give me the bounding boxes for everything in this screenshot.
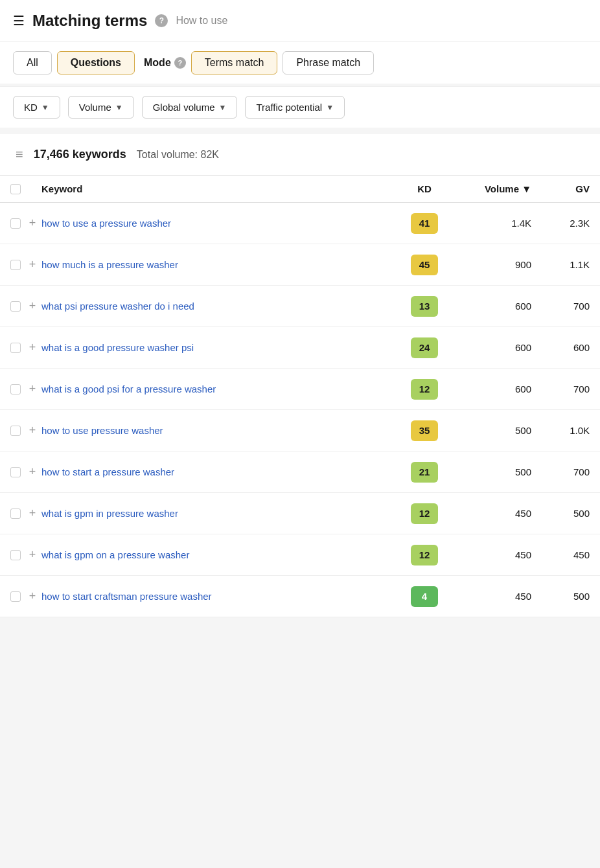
keyword-link[interactable]: what psi pressure washer do i need (41, 301, 194, 312)
terms-match-btn[interactable]: Terms match (191, 51, 278, 74)
kd-cell: 21 (395, 462, 454, 483)
add-keyword-button[interactable]: + (26, 424, 39, 437)
add-keyword-button[interactable]: + (26, 300, 39, 313)
keyword-cell: what psi pressure washer do i need (41, 299, 395, 313)
row-checkbox-area: + (10, 341, 41, 354)
kd-cell: 41 (395, 213, 454, 234)
questions-tab[interactable]: Questions (57, 51, 135, 74)
volume-arrow-icon: ▼ (115, 103, 123, 112)
global-volume-dropdown[interactable]: Global volume ▼ (142, 96, 238, 119)
table-row: + how much is a pressure washer 45 900 1… (0, 244, 600, 286)
add-keyword-button[interactable]: + (26, 549, 39, 562)
add-keyword-button[interactable]: + (26, 258, 39, 271)
help-icon[interactable]: ? (155, 14, 168, 27)
keyword-link[interactable]: how to start a pressure washer (41, 466, 174, 477)
add-keyword-button[interactable]: + (26, 341, 39, 354)
mode-help-icon[interactable]: ? (174, 57, 186, 69)
row-checkbox[interactable] (10, 343, 21, 353)
table-row: + how to use a pressure washer 41 1.4K 2… (0, 203, 600, 244)
keyword-cell: what is a good pressure washer psi (41, 341, 395, 354)
traffic-potential-arrow-icon: ▼ (326, 103, 334, 112)
kd-badge: 12 (411, 379, 438, 400)
gv-cell: 2.3K (531, 218, 590, 229)
menu-icon[interactable]: ☰ (13, 13, 25, 29)
row-checkbox-area: + (10, 300, 41, 313)
add-keyword-button[interactable]: + (26, 466, 39, 479)
volume-cell: 500 (454, 466, 531, 477)
keyword-cell: how to start a pressure washer (41, 465, 395, 479)
volume-dropdown[interactable]: Volume ▼ (68, 96, 134, 119)
row-checkbox-area: + (10, 507, 41, 520)
row-checkbox[interactable] (10, 508, 21, 519)
kd-badge: 4 (411, 586, 438, 607)
table-body: + how to use a pressure washer 41 1.4K 2… (0, 203, 600, 617)
kd-badge: 13 (411, 296, 438, 317)
table-row: + what is gpm on a pressure washer 12 45… (0, 534, 600, 576)
volume-cell: 450 (454, 508, 531, 519)
keyword-link[interactable]: how to use a pressure washer (41, 218, 171, 229)
page-title: Matching terms (32, 12, 147, 30)
row-checkbox[interactable] (10, 301, 21, 312)
keyword-link[interactable]: what is gpm in pressure washer (41, 508, 178, 519)
row-checkbox[interactable] (10, 591, 21, 602)
keywords-count: 17,466 keywords (34, 148, 126, 161)
add-keyword-button[interactable]: + (26, 217, 39, 230)
gv-cell: 500 (531, 508, 590, 519)
th-checkbox[interactable] (10, 184, 41, 194)
keyword-cell: how to start craftsman pressure washer (41, 589, 395, 603)
lines-icon: ≡ (16, 147, 23, 162)
filter-row: All Questions Mode ? Terms match Phrase … (0, 41, 600, 84)
kd-cell: 24 (395, 337, 454, 358)
gv-cell: 1.1K (531, 259, 590, 270)
volume-cell: 1.4K (454, 218, 531, 229)
add-keyword-button[interactable]: + (26, 507, 39, 520)
th-volume[interactable]: Volume ▼ (454, 183, 531, 194)
header: ☰ Matching terms ? How to use (0, 0, 600, 41)
row-checkbox[interactable] (10, 384, 21, 394)
volume-cell: 450 (454, 549, 531, 560)
keyword-link[interactable]: how much is a pressure washer (41, 259, 178, 270)
table-row: + how to start craftsman pressure washer… (0, 576, 600, 617)
row-checkbox[interactable] (10, 260, 21, 270)
row-checkbox[interactable] (10, 426, 21, 436)
keyword-cell: what is a good psi for a pressure washer (41, 382, 395, 396)
gv-cell: 700 (531, 301, 590, 312)
all-tab[interactable]: All (13, 51, 52, 74)
gv-cell: 1.0K (531, 425, 590, 436)
row-checkbox[interactable] (10, 550, 21, 560)
how-to-use-link[interactable]: How to use (176, 15, 227, 27)
kd-dropdown[interactable]: KD ▼ (13, 96, 60, 119)
kd-arrow-icon: ▼ (41, 103, 49, 112)
th-kd: KD (395, 183, 454, 194)
total-volume: Total volume: 82K (137, 149, 219, 161)
kd-badge: 12 (411, 545, 438, 565)
row-checkbox-area: + (10, 424, 41, 437)
phrase-match-btn[interactable]: Phrase match (283, 51, 374, 74)
kd-cell: 12 (395, 545, 454, 565)
header-checkbox[interactable] (10, 184, 21, 194)
row-checkbox[interactable] (10, 218, 21, 229)
row-checkbox-area: + (10, 466, 41, 479)
keyword-cell: how much is a pressure washer (41, 258, 395, 271)
kd-badge: 41 (411, 213, 438, 234)
traffic-potential-label: Traffic potential (256, 102, 322, 113)
results-summary: ≡ 17,466 keywords Total volume: 82K (0, 134, 600, 175)
add-keyword-button[interactable]: + (26, 383, 39, 396)
keywords-table: Keyword KD Volume ▼ GV + how to use a pr… (0, 175, 600, 617)
keyword-link[interactable]: what is a good psi for a pressure washer (41, 383, 216, 394)
row-checkbox-area: + (10, 258, 41, 271)
row-checkbox[interactable] (10, 467, 21, 477)
keyword-link[interactable]: what is gpm on a pressure washer (41, 549, 189, 560)
row-checkbox-area: + (10, 217, 41, 230)
keyword-link[interactable]: how to use pressure washer (41, 425, 163, 436)
kd-badge: 12 (411, 503, 438, 524)
table-row: + what is gpm in pressure washer 12 450 … (0, 493, 600, 534)
add-keyword-button[interactable]: + (26, 590, 39, 603)
traffic-potential-dropdown[interactable]: Traffic potential ▼ (245, 96, 345, 119)
table-row: + what is a good psi for a pressure wash… (0, 369, 600, 410)
gv-cell: 450 (531, 549, 590, 560)
kd-badge: 45 (411, 255, 438, 275)
keyword-cell: what is gpm on a pressure washer (41, 548, 395, 562)
keyword-link[interactable]: what is a good pressure washer psi (41, 342, 194, 353)
keyword-link[interactable]: how to start craftsman pressure washer (41, 591, 212, 602)
